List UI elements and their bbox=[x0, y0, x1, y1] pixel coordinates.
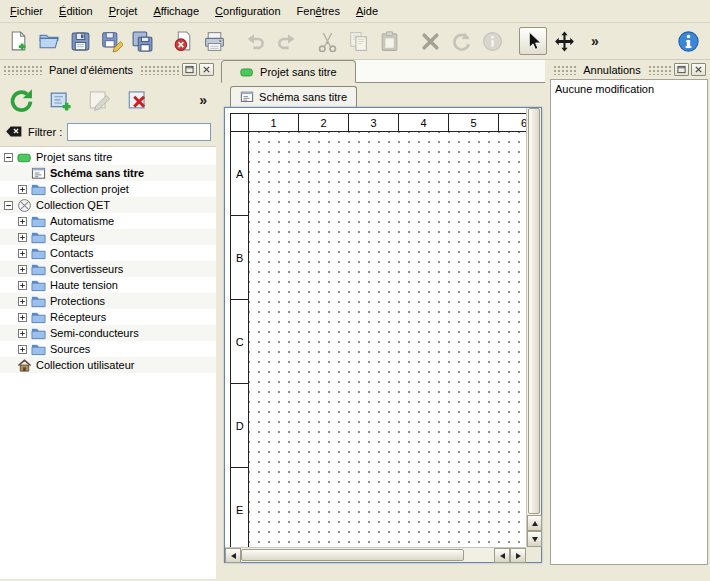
menu-fenetres[interactable]: Fenêtres bbox=[289, 1, 348, 21]
tree-item-projet-sans-titre[interactable]: Projet sans titre bbox=[0, 149, 216, 165]
toolbar-group bbox=[416, 27, 506, 55]
new-element-button[interactable] bbox=[43, 83, 77, 117]
row-header-a: A bbox=[231, 132, 248, 216]
main-area: Panel d'éléments » Filtrer : Projet sans… bbox=[0, 60, 710, 579]
tree-expander-closed[interactable] bbox=[18, 249, 27, 258]
tab-project[interactable]: Projet sans titre bbox=[221, 60, 355, 83]
left-arrow-icon bbox=[500, 553, 505, 559]
tree-item-label: Sources bbox=[50, 343, 90, 355]
schema-tab-label: Schéma sans titre bbox=[259, 91, 347, 103]
float-panel-button[interactable] bbox=[674, 63, 689, 76]
tree-item-collection-qet[interactable]: Collection QET bbox=[0, 197, 216, 213]
paste-icon bbox=[378, 30, 401, 53]
rotate-button[interactable] bbox=[447, 27, 475, 55]
tree-item-haute-tension[interactable]: Haute tension bbox=[0, 277, 216, 293]
undo-panel-title-bar[interactable]: Annulations bbox=[550, 60, 708, 79]
vertical-scrollbar[interactable] bbox=[526, 108, 541, 547]
tree-item-capteurs[interactable]: Capteurs bbox=[0, 229, 216, 245]
tree-item-collection-utilisateur[interactable]: Collection utilisateur bbox=[0, 357, 216, 373]
vertical-scroll-thumb[interactable] bbox=[528, 108, 540, 514]
tree-expander-closed[interactable] bbox=[18, 297, 27, 306]
tree-expander-closed[interactable] bbox=[18, 233, 27, 242]
select-tool-button[interactable] bbox=[519, 27, 547, 55]
tree-item-schema-sans-titre[interactable]: Schéma sans titre bbox=[0, 165, 216, 181]
tree-item-collection-projet[interactable]: Collection projet bbox=[0, 181, 216, 197]
redo-button[interactable] bbox=[272, 27, 300, 55]
horizontal-scroll-track[interactable] bbox=[241, 548, 494, 562]
close-panel-button[interactable] bbox=[199, 63, 214, 76]
project-icon bbox=[16, 149, 32, 165]
diagram-canvas[interactable]: 123456 ABCDE bbox=[225, 108, 526, 547]
about-button[interactable] bbox=[674, 27, 702, 55]
copy-button[interactable] bbox=[344, 27, 372, 55]
scroll-up-button[interactable] bbox=[527, 515, 542, 531]
menu-affichage[interactable]: Affichage bbox=[145, 1, 207, 21]
menu-configuration[interactable]: Configuration bbox=[207, 1, 288, 21]
new-file-button[interactable] bbox=[4, 27, 32, 55]
horizontal-scrollbar[interactable] bbox=[225, 547, 526, 562]
save-button[interactable] bbox=[66, 27, 94, 55]
horizontal-scroll-thumb[interactable] bbox=[241, 549, 464, 561]
tree-item-protections[interactable]: Protections bbox=[0, 293, 216, 309]
tree-expander-closed[interactable] bbox=[18, 329, 27, 338]
menu-aide[interactable]: Aide bbox=[348, 1, 386, 21]
open-file-button[interactable] bbox=[35, 27, 63, 55]
tree-item-recepteurs[interactable]: Récepteurs bbox=[0, 309, 216, 325]
cut-button[interactable] bbox=[313, 27, 341, 55]
scroll-left-button[interactable] bbox=[225, 548, 241, 563]
print-button[interactable] bbox=[200, 27, 228, 55]
reload-collections-button[interactable] bbox=[4, 83, 38, 117]
folder-icon bbox=[30, 229, 46, 245]
tree-item-convertisseurs[interactable]: Convertisseurs bbox=[0, 261, 216, 277]
paste-button[interactable] bbox=[375, 27, 403, 55]
element-info-button[interactable] bbox=[478, 27, 506, 55]
close-file-button[interactable] bbox=[169, 27, 197, 55]
move-tool-button[interactable] bbox=[550, 27, 578, 55]
undo-button[interactable] bbox=[241, 27, 269, 55]
tree-expander-closed[interactable] bbox=[18, 217, 27, 226]
menu-edition[interactable]: Édition bbox=[51, 1, 101, 21]
elements-panel-title-bar[interactable]: Panel d'éléments bbox=[0, 60, 216, 79]
tree-item-contacts[interactable]: Contacts bbox=[0, 245, 216, 261]
tree-item-sources[interactable]: Sources bbox=[0, 341, 216, 357]
tab-schema[interactable]: Schéma sans titre bbox=[230, 86, 357, 107]
save-as-button[interactable] bbox=[97, 27, 125, 55]
menu-projet[interactable]: Projet bbox=[101, 1, 146, 21]
diagram-grid[interactable] bbox=[249, 132, 526, 547]
float-panel-button[interactable] bbox=[182, 63, 197, 76]
filter-input[interactable] bbox=[67, 123, 211, 141]
open-file-icon bbox=[38, 30, 61, 53]
undo-list[interactable]: Aucune modification bbox=[550, 79, 708, 565]
tree-expander-closed[interactable] bbox=[18, 281, 27, 290]
tree-expander-open[interactable] bbox=[4, 201, 13, 210]
save-icon bbox=[69, 30, 92, 53]
menu-fichier[interactable]: Fichier bbox=[2, 1, 51, 21]
clear-filter-button[interactable] bbox=[5, 124, 23, 139]
delete-button[interactable] bbox=[416, 27, 444, 55]
tree-item-label: Collection QET bbox=[36, 199, 110, 211]
edit-element-button[interactable] bbox=[82, 83, 116, 117]
tree-expander-open[interactable] bbox=[4, 153, 13, 162]
schema-tab-bar: Schéma sans titre bbox=[224, 86, 542, 107]
delete-element-button[interactable] bbox=[121, 83, 155, 117]
down-arrow-icon bbox=[532, 537, 538, 542]
tree-expander-closed[interactable] bbox=[18, 185, 27, 194]
tree-item-automatisme[interactable]: Automatisme bbox=[0, 213, 216, 229]
tree-item-label: Projet sans titre bbox=[36, 151, 112, 163]
tree-expander-closed[interactable] bbox=[18, 265, 27, 274]
scroll-right-button[interactable] bbox=[510, 548, 526, 563]
tree-expander-closed[interactable] bbox=[18, 345, 27, 354]
tree-expander-closed[interactable] bbox=[18, 313, 27, 322]
delete-element-icon bbox=[125, 87, 152, 114]
tree-item-semi-conducteurs[interactable]: Semi-conducteurs bbox=[0, 325, 216, 341]
menu-bar: FichierÉditionProjetAffichageConfigurati… bbox=[0, 0, 710, 23]
close-panel-button[interactable] bbox=[691, 63, 706, 76]
panel-overflow-button[interactable]: » bbox=[194, 83, 212, 117]
toolbar-overflow-button[interactable]: » bbox=[581, 27, 609, 55]
save-all-button[interactable] bbox=[128, 27, 156, 55]
select-tool-icon bbox=[522, 30, 545, 53]
float-icon bbox=[677, 65, 686, 74]
column-header-3: 3 bbox=[349, 114, 399, 131]
scroll-down-button[interactable] bbox=[527, 531, 542, 547]
scroll-left-button-2[interactable] bbox=[494, 548, 510, 563]
